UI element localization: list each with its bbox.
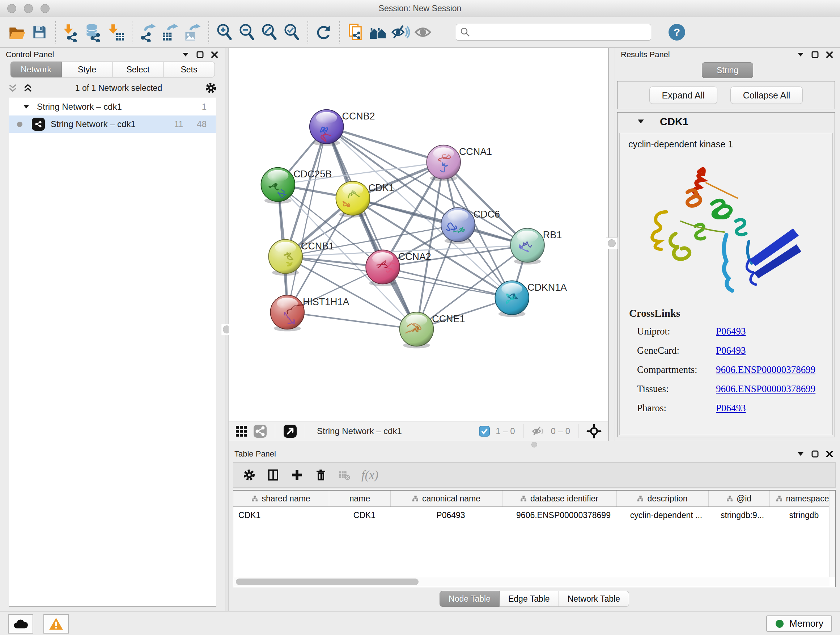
panel-menu-button[interactable] — [181, 50, 190, 59]
tab-select[interactable]: Select — [113, 62, 164, 78]
network-collection-row[interactable]: String Network – cdk1 1 — [9, 98, 216, 116]
collapse-all-button[interactable]: Collapse All — [730, 87, 803, 104]
tree-expander-icon[interactable] — [24, 105, 29, 109]
table-panel-tabs: Node Table Edge Table Network Table — [439, 591, 629, 607]
tab-node-table[interactable]: Node Table — [439, 591, 500, 607]
crosslink-link-genecard[interactable]: P06493 — [716, 345, 746, 356]
column-header-shared-name[interactable]: shared name — [233, 491, 329, 507]
close-window-button[interactable] — [7, 4, 16, 13]
columns-icon[interactable] — [267, 469, 279, 481]
refresh-layout-icon — [315, 23, 333, 41]
export-network-button[interactable] — [137, 21, 159, 43]
column-header-namespace[interactable]: namespace — [769, 491, 835, 507]
export-image-button[interactable] — [182, 21, 204, 43]
grid-view-icon[interactable] — [235, 425, 248, 437]
tab-style[interactable]: Style — [62, 62, 113, 78]
table-row[interactable]: CDK1 CDK1 P06493 9606.ENSP00000378699 cy… — [233, 507, 835, 524]
zoom-selected-button[interactable] — [281, 21, 303, 43]
tab-sets[interactable]: Sets — [164, 62, 215, 78]
scrollbar-thumb[interactable] — [236, 578, 418, 585]
chevron-down-icon — [798, 53, 804, 57]
cell-namespace[interactable]: stringdb — [773, 510, 835, 520]
first-neighbors-button[interactable] — [367, 21, 389, 43]
warning-status-button[interactable] — [43, 614, 69, 633]
table-horizontal-scrollbar[interactable] — [234, 577, 829, 586]
expand-all-button[interactable]: Expand All — [649, 87, 717, 104]
cell-name[interactable]: CDK1 — [334, 510, 395, 520]
column-header-name[interactable]: name — [329, 491, 390, 507]
hidden-eye-icon[interactable] — [531, 425, 545, 437]
tab-edge-table[interactable]: Edge Table — [500, 591, 559, 607]
tab-string[interactable]: String — [702, 62, 753, 78]
add-column-icon[interactable] — [291, 469, 303, 481]
function-builder-icon: f(x) — [362, 468, 378, 482]
zoom-fit-button[interactable] — [258, 21, 281, 43]
collapse-all-icon[interactable] — [8, 83, 17, 93]
panel-menu-button[interactable] — [796, 449, 805, 459]
results-panel-tabs: String — [615, 62, 840, 78]
crosslink-link-uniprot[interactable]: P06493 — [716, 326, 746, 337]
minimize-window-button[interactable] — [24, 4, 33, 13]
panel-close-button[interactable] — [210, 50, 219, 59]
panel-float-button[interactable] — [195, 50, 205, 59]
cell-canonical-name[interactable]: P06493 — [395, 510, 507, 520]
horizontal-splitter[interactable] — [229, 441, 840, 447]
import-table-from-file-button[interactable] — [105, 21, 127, 43]
cell-database-identifier[interactable]: 9606.ENSP00000378699 — [507, 510, 621, 520]
column-header-canonical-name[interactable]: canonical name — [390, 491, 502, 507]
open-in-window-icon[interactable] — [283, 424, 297, 438]
import-network-from-database-button[interactable] — [82, 21, 105, 43]
memory-button[interactable]: Memory — [766, 616, 832, 632]
cell-description[interactable]: cyclin-dependent ... — [621, 510, 712, 520]
memory-label: Memory — [789, 618, 823, 629]
crosslink-link-compartments[interactable]: 9606.ENSP00000378699 — [716, 364, 815, 375]
search-input[interactable] — [456, 24, 651, 41]
network-graph[interactable]: CCNB2CCNA1CDC25BCDK1CDC6RB1CCNB1CCNA2CDK… — [229, 48, 608, 421]
column-header-description[interactable]: description — [616, 491, 708, 507]
tab-network[interactable]: Network — [11, 62, 62, 78]
open-session-button[interactable] — [6, 21, 28, 43]
expand-all-icon[interactable] — [23, 83, 33, 93]
cell-shared-name[interactable]: CDK1 — [233, 510, 334, 520]
crosshair-icon[interactable] — [586, 424, 602, 439]
panel-menu-button[interactable] — [796, 50, 805, 59]
refresh-layout-button[interactable] — [313, 21, 335, 43]
save-session-button[interactable] — [28, 21, 51, 43]
panel-close-button[interactable] — [825, 50, 834, 59]
panel-float-button[interactable] — [810, 449, 820, 459]
network-row[interactable]: String Network – cdk1 11 48 — [9, 116, 216, 133]
gear-icon[interactable] — [205, 82, 217, 94]
panel-close-button[interactable] — [825, 449, 834, 459]
export-image-icon — [183, 23, 202, 42]
right-splitter[interactable] — [608, 48, 615, 441]
delete-column-icon[interactable] — [314, 469, 327, 481]
zoom-in-button[interactable] — [213, 21, 236, 43]
zoom-out-button[interactable] — [236, 21, 258, 43]
share-network-icon[interactable] — [253, 424, 267, 438]
hide-selected-button[interactable] — [389, 21, 412, 43]
column-header-database-identifier[interactable]: database identifier — [502, 491, 616, 507]
crosslink-link-pharos[interactable]: P06493 — [716, 402, 746, 414]
table-vertical-scrollbar[interactable] — [829, 491, 835, 577]
crosslink-link-tissues[interactable]: 9606.ENSP00000378699 — [716, 383, 815, 394]
splitter-handle[interactable] — [531, 442, 537, 448]
splitter-handle[interactable] — [608, 239, 616, 247]
cell-id[interactable]: stringdb:9... — [712, 510, 773, 520]
gear-icon[interactable] — [243, 469, 256, 481]
network-canvas[interactable]: CCNB2CCNA1CDC25BCDK1CDC6RB1CCNB1CCNA2CDK… — [229, 48, 608, 421]
entry-header[interactable]: CDK1 — [617, 112, 835, 131]
entry-expander-icon[interactable] — [638, 119, 644, 124]
export-table-button[interactable] — [159, 21, 182, 43]
float-window-icon — [196, 51, 204, 58]
tab-network-table[interactable]: Network Table — [559, 591, 629, 607]
panel-float-button[interactable] — [810, 50, 820, 59]
cloud-status-button[interactable] — [8, 614, 33, 633]
import-network-from-file-button[interactable] — [60, 21, 82, 43]
help-button[interactable]: ? — [668, 24, 685, 41]
show-all-button[interactable] — [412, 21, 434, 43]
maximize-window-button[interactable] — [41, 4, 50, 13]
left-splitter[interactable] — [225, 48, 229, 611]
selected-checkbox-icon[interactable] — [479, 426, 490, 437]
column-header-id[interactable]: @id — [708, 491, 769, 507]
new-network-from-selection-button[interactable] — [344, 21, 367, 43]
